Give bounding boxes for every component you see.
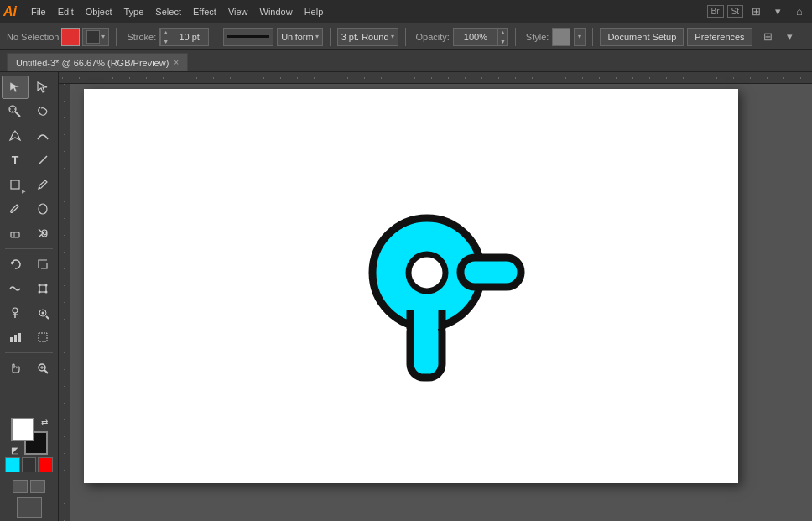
fill-type-dropdown[interactable]: ▾ xyxy=(82,28,109,46)
svg-rect-27 xyxy=(39,333,47,341)
pencil-tool-btn[interactable] xyxy=(29,173,56,196)
style-label: Style: xyxy=(526,32,549,42)
stroke-up-arrow[interactable]: ▲ xyxy=(161,28,170,37)
menu-window[interactable]: Window xyxy=(254,4,299,19)
line-preview-inner xyxy=(227,35,269,38)
svg-rect-34 xyxy=(461,258,521,287)
opacity-down[interactable]: ▼ xyxy=(498,37,508,46)
options-toolbar: No Selection ▾ Stroke: ▲ ▼ 10 pt Uniform… xyxy=(0,23,812,50)
menu-object[interactable]: Object xyxy=(80,4,118,19)
menu-effect[interactable]: Effect xyxy=(187,4,222,19)
blob-tool-btn[interactable] xyxy=(29,197,56,221)
screen-mode-2[interactable] xyxy=(30,480,45,493)
more-options-icon[interactable]: ▾ xyxy=(781,28,799,46)
svg-line-23 xyxy=(46,316,49,319)
red-swatch[interactable] xyxy=(38,457,53,472)
hand-tool-btn[interactable] xyxy=(2,357,29,380)
curvature-tool-btn[interactable] xyxy=(29,124,56,148)
preferences-button[interactable]: Preferences xyxy=(687,28,752,46)
stock-icon[interactable]: St xyxy=(727,5,743,18)
shape-tool-arrow: ▶ xyxy=(22,188,26,194)
line-tool-btn[interactable] xyxy=(29,148,56,172)
text-tool-btn[interactable]: T xyxy=(2,148,29,172)
canvas-area xyxy=(59,72,812,521)
rotate-tool-btn[interactable] xyxy=(2,253,29,276)
puppet-warp-tool-btn[interactable] xyxy=(2,301,29,325)
vertical-ruler xyxy=(59,84,70,521)
scale-tool-btn[interactable] xyxy=(29,253,56,276)
ruler-marks-v xyxy=(64,84,65,521)
symbol-sprayer-tool-btn[interactable] xyxy=(29,301,56,325)
round-type-dropdown[interactable]: 3 pt. Round ▾ xyxy=(337,28,398,46)
tool-row-12 xyxy=(2,357,56,380)
adobe-home-icon[interactable]: ⌂ xyxy=(790,3,809,21)
lasso-tool-btn[interactable] xyxy=(29,100,56,123)
menu-file[interactable]: File xyxy=(25,4,52,19)
workspace-dropdown-icon[interactable]: ▾ xyxy=(768,3,787,21)
graph-tool-btn[interactable] xyxy=(2,326,29,349)
style-preview[interactable] xyxy=(552,28,570,46)
transform-icon[interactable]: ⊞ xyxy=(759,28,778,46)
uniform-dropdown[interactable]: Uniform ▾ xyxy=(277,28,323,46)
screen-mode-1[interactable] xyxy=(13,480,28,493)
cyan-swatch[interactable] xyxy=(5,457,20,472)
free-transform-tool-btn[interactable] xyxy=(29,277,56,300)
scissors-tool-btn[interactable] xyxy=(29,221,56,245)
opacity-spinner[interactable]: ▲ ▼ xyxy=(497,28,508,46)
svg-rect-26 xyxy=(18,333,21,342)
swap-colors-icon[interactable]: ⇄ xyxy=(41,418,48,427)
menu-view[interactable]: View xyxy=(222,4,254,19)
menu-right-icons: Br St ⊞ ▾ ⌂ xyxy=(707,3,809,21)
round-type-label: 3 pt. Round xyxy=(341,32,389,42)
menu-help[interactable]: Help xyxy=(299,4,330,19)
tab-close-btn[interactable]: × xyxy=(174,58,179,67)
stroke-input-group[interactable]: ▲ ▼ 10 pt xyxy=(159,28,209,46)
style-dropdown[interactable]: ▾ xyxy=(574,28,586,46)
document-setup-button[interactable]: Document Setup xyxy=(600,28,684,46)
sep3 xyxy=(330,28,331,46)
selection-group: No Selection ▾ xyxy=(3,28,109,46)
artboard xyxy=(84,89,738,483)
artboard-tool-btn[interactable] xyxy=(29,326,56,349)
bridge-icon[interactable]: Br xyxy=(707,5,724,18)
eraser-tool-btn[interactable] xyxy=(2,221,29,245)
tool-row-10 xyxy=(2,301,56,325)
stroke-down-arrow[interactable]: ▼ xyxy=(161,37,170,46)
menu-edit[interactable]: Edit xyxy=(52,4,80,19)
svg-rect-13 xyxy=(39,285,46,292)
app-logo: Ai xyxy=(3,4,17,19)
default-colors-icon[interactable]: ◩ xyxy=(11,445,18,455)
tool-row-2 xyxy=(2,100,56,123)
svg-point-15 xyxy=(45,284,48,287)
color-area: ⇄ ◩ xyxy=(2,413,56,476)
workspace-grid-icon[interactable]: ⊞ xyxy=(747,3,765,21)
foreground-color-box[interactable] xyxy=(11,418,34,441)
warp-tool-btn[interactable] xyxy=(2,277,29,300)
svg-line-29 xyxy=(44,370,48,373)
stroke-value-input[interactable]: 10 pt xyxy=(170,32,208,42)
menu-type[interactable]: Type xyxy=(118,4,150,19)
shape-tool-btn[interactable]: ▶ xyxy=(2,173,29,196)
dark-swatch[interactable] xyxy=(22,457,37,472)
sep6 xyxy=(592,28,593,46)
zoom-tool-btn[interactable] xyxy=(29,357,56,380)
fill-color-btn[interactable] xyxy=(61,28,80,46)
art-mode-btn[interactable] xyxy=(17,497,42,518)
paintbrush-tool-btn[interactable] xyxy=(2,197,29,221)
document-tab[interactable]: Untitled-3* @ 66.67% (RGB/Preview) × xyxy=(7,53,188,71)
opacity-input-group[interactable]: 100% ▲ ▼ xyxy=(453,28,508,46)
fg-bg-stack: ⇄ ◩ xyxy=(11,418,48,455)
uniform-arrow: ▾ xyxy=(315,33,319,40)
opacity-input[interactable]: 100% xyxy=(454,32,497,42)
fill-dropdown-arrow: ▾ xyxy=(102,33,105,40)
pen-tool-btn[interactable] xyxy=(2,124,29,148)
selection-tool-btn[interactable] xyxy=(2,76,29,99)
menu-select[interactable]: Select xyxy=(149,4,187,19)
direct-selection-tool-btn[interactable] xyxy=(29,76,56,99)
magic-wand-tool-btn[interactable] xyxy=(2,100,29,123)
tool-row-4: T xyxy=(2,148,56,172)
opacity-up[interactable]: ▲ xyxy=(498,28,508,37)
tool-row-1 xyxy=(2,76,56,99)
svg-line-0 xyxy=(15,112,20,117)
stroke-spinner[interactable]: ▲ ▼ xyxy=(160,28,170,46)
